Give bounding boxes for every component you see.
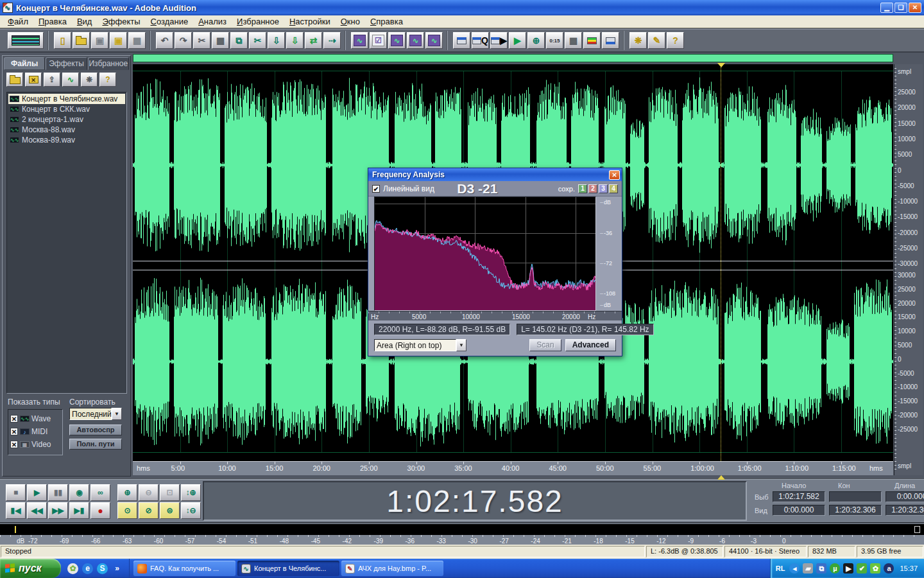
autoplay-button[interactable]: Автовоспр — [69, 425, 122, 435]
help-button[interactable]: ? — [99, 73, 116, 87]
save-copy-icon[interactable]: ▦ — [128, 32, 146, 49]
go-to-start-button[interactable]: ▮◀ — [6, 502, 26, 519]
rewind-button[interactable]: ◀◀ — [27, 502, 47, 519]
save-as-icon[interactable]: ▣ — [110, 32, 127, 49]
cut-icon[interactable]: ✂ — [249, 32, 266, 49]
stretch-icon[interactable]: ∿ — [425, 32, 443, 49]
network-icon[interactable]: ⧉ — [816, 563, 826, 574]
device-icon[interactable]: ▰ — [803, 563, 813, 574]
menu-item-4[interactable]: Эффекты — [97, 15, 145, 28]
redo-icon[interactable]: ↷ — [175, 32, 192, 49]
zoom-window-icon[interactable]: ⊕ — [527, 32, 545, 49]
minimize-button[interactable]: ▁ — [880, 3, 893, 13]
convert-sample-type-icon[interactable]: ⇄ — [305, 32, 322, 49]
save-preset-2-button[interactable]: 2 — [588, 184, 597, 193]
effect-dialog-icon[interactable]: ☑ — [370, 32, 387, 49]
player-icon[interactable]: ▶ — [843, 563, 853, 574]
a-icon[interactable]: a — [884, 563, 894, 574]
close-button[interactable]: ✕ — [909, 3, 921, 13]
copy-icon[interactable]: ⧉ — [230, 32, 248, 49]
menu-item-6[interactable]: Анализ — [193, 15, 232, 28]
list-item[interactable]: 2 концерта-1.wav — [8, 114, 125, 125]
save-preset-3-button[interactable]: 3 — [599, 184, 608, 193]
settings-icon[interactable]: ❋ — [629, 32, 647, 49]
nudge-icon[interactable]: ⇢ — [323, 32, 341, 49]
tab-files[interactable]: Файлы — [4, 57, 45, 70]
playhead-cursor[interactable] — [721, 64, 721, 461]
new-file-icon[interactable]: ▯ — [54, 32, 71, 49]
dialog-close-icon[interactable]: ✕ — [609, 170, 620, 180]
zoom-sel-left-button[interactable]: ⊘ — [139, 502, 158, 519]
trim-icon[interactable]: ✂ — [193, 32, 210, 49]
spectrum-canvas[interactable] — [374, 197, 596, 311]
vertical-zoom-in-button[interactable]: ↕⊕ — [181, 484, 201, 501]
close-file-button[interactable]: ✕ — [25, 73, 42, 87]
amplify-icon[interactable]: ∿ — [407, 32, 424, 49]
undo-icon[interactable]: ↶ — [156, 32, 173, 49]
menu-item-3[interactable]: Вид — [72, 15, 98, 28]
go-to-end-button[interactable]: ▶▮ — [69, 502, 89, 519]
fast-forward-button[interactable]: ▶▶ — [48, 502, 68, 519]
list-item[interactable]: Концерт в Челябинске.wav — [8, 94, 125, 104]
open-file-icon[interactable] — [73, 32, 90, 49]
fft-filter-icon[interactable]: ∿ — [388, 32, 406, 49]
ie-icon[interactable]: e — [82, 563, 93, 574]
wave-checkbox[interactable]: ✕ — [10, 415, 18, 423]
play-window-icon[interactable]: ▶ — [509, 32, 526, 49]
timeline-ruler[interactable]: hms5:0010:0015:0020:0025:0030:0035:0040:… — [133, 461, 893, 475]
zoom-sel-right-button[interactable]: ⊜ — [160, 502, 180, 519]
playhead-marker-bottom[interactable] — [717, 475, 725, 480]
insert-to-multitrack-button[interactable]: ∿ — [62, 73, 79, 87]
tab-effects[interactable]: Эффекты — [46, 57, 87, 70]
start-button[interactable]: пуск — [0, 559, 61, 578]
menu-item-8[interactable]: Настройки — [284, 15, 336, 28]
chevron-down-icon[interactable]: ▼ — [112, 408, 122, 420]
save-file-icon[interactable]: ▣ — [91, 32, 108, 49]
utorrent-icon[interactable]: µ — [830, 563, 840, 574]
area-dropdown[interactable]: Area (Right on top) ▼ — [374, 339, 466, 351]
skype-icon[interactable]: S — [97, 563, 108, 574]
dialog-title-bar[interactable]: Frequency Analysis ✕ — [368, 168, 622, 181]
playhead-marker-top[interactable] — [717, 63, 725, 67]
sort-dropdown[interactable]: Последний ▼ — [69, 408, 122, 420]
full-paths-button[interactable]: Полн. пути — [69, 439, 122, 450]
zoom-in-button[interactable]: ⊕ — [117, 484, 137, 501]
video-checkbox[interactable]: ✕ — [10, 441, 18, 448]
menu-item-10[interactable]: Справка — [365, 15, 408, 28]
loop-button[interactable]: ∞ — [90, 484, 110, 501]
overflow-chevron-icon[interactable]: » — [112, 563, 123, 574]
antivirus-icon[interactable]: ✔ — [857, 563, 867, 574]
level-meter[interactable]: dB-72-69-66-63-60-57-54-51-48-45-42-39-3… — [0, 523, 924, 545]
list-item[interactable]: Москва-88.wav — [8, 125, 125, 135]
save-preset-1-button[interactable]: 1 — [578, 184, 587, 193]
options-gear-button[interactable]: ❋ — [81, 73, 98, 87]
stop-button[interactable]: ■ — [6, 484, 26, 501]
scripts-icon[interactable]: ✎ — [648, 32, 665, 49]
menu-item-7[interactable]: Избранное — [232, 15, 284, 28]
area-dropdown-value[interactable]: Area (Right on top) — [374, 339, 456, 351]
mix-paste-icon[interactable]: ⇩ — [286, 32, 304, 49]
list-item[interactable]: Концерт в СКК.wav — [8, 104, 125, 114]
record-button[interactable]: ● — [90, 502, 110, 519]
cue-list-icon[interactable]: ▦ — [565, 32, 582, 49]
menu-item-9[interactable]: Окно — [336, 15, 365, 28]
zoom-out-button[interactable]: ⊖ — [139, 484, 158, 501]
play-looped-button[interactable]: ◉ — [69, 484, 89, 501]
menu-item-2[interactable]: Правка — [33, 15, 72, 28]
zoom-selection-button[interactable]: ⊙ — [117, 502, 137, 519]
help-icon[interactable]: ? — [667, 32, 684, 49]
import-file-button[interactable]: ⇪ — [44, 73, 60, 87]
menu-item-1[interactable]: Файл — [3, 15, 33, 28]
task-button[interactable]: ∿Концерт в Челябинс... — [237, 561, 339, 576]
midi-checkbox[interactable]: ✕ — [10, 428, 18, 435]
level-meters-icon[interactable] — [583, 32, 601, 49]
open-file-button[interactable] — [6, 73, 23, 87]
window-main-icon[interactable] — [453, 32, 470, 49]
icq-icon[interactable]: ✿ — [67, 563, 78, 574]
language-indicator[interactable]: RL — [776, 565, 787, 572]
file-list[interactable]: Концерт в Челябинске.wavКонцерт в СКК.wa… — [6, 92, 127, 394]
task-button[interactable]: FAQ. Как получить ... — [133, 561, 235, 576]
window-search-icon[interactable]: Q — [472, 32, 489, 49]
amplitude-ruler[interactable]: smpl2500020000150001000050000-5000-10000… — [894, 64, 923, 475]
paste-icon[interactable]: ⇩ — [268, 32, 285, 49]
